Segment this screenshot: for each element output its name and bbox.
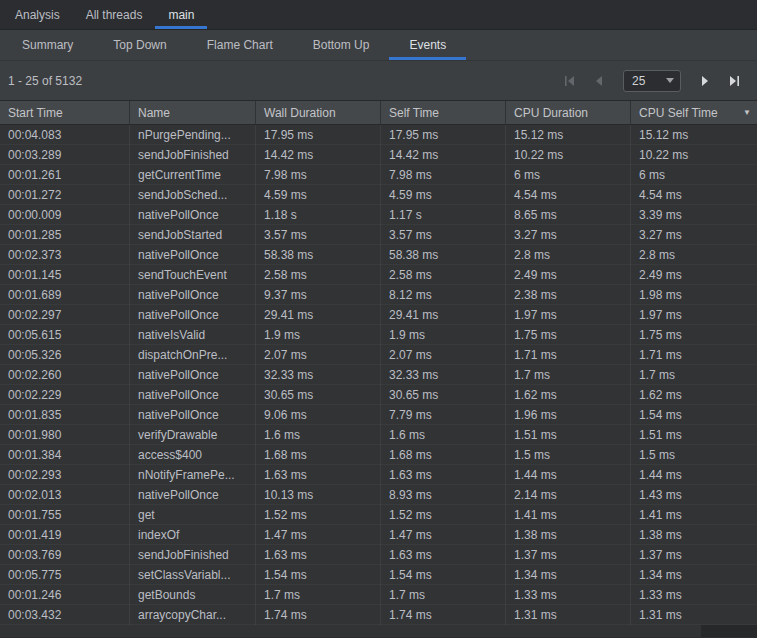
- table-cell: 15.12 ms: [506, 125, 631, 145]
- table-row[interactable]: 00:01.980verifyDrawable1.6 ms1.6 ms1.51 …: [0, 425, 757, 445]
- table-row[interactable]: 00:01.272sendJobSched...4.59 ms4.59 ms4.…: [0, 185, 757, 205]
- table-cell: 3.39 ms: [631, 205, 757, 225]
- table-cell: 30.65 ms: [256, 385, 381, 405]
- table-cell: 2.14 ms: [506, 485, 631, 505]
- last-page-icon: [727, 74, 741, 88]
- table-cell: 6 ms: [631, 165, 757, 185]
- table-cell: 1.47 ms: [381, 525, 506, 545]
- table-cell: 8.93 ms: [381, 485, 506, 505]
- table-cell: 58.38 ms: [381, 245, 506, 265]
- table-row[interactable]: 00:03.432arraycopyChar...1.74 ms1.74 ms1…: [0, 605, 757, 625]
- table-row[interactable]: 00:02.260nativePollOnce32.33 ms32.33 ms1…: [0, 365, 757, 385]
- tab-main[interactable]: main: [155, 0, 207, 29]
- table-cell: sendJobSched...: [130, 185, 256, 205]
- table-row[interactable]: 00:01.384access$4001.68 ms1.68 ms1.5 ms1…: [0, 445, 757, 465]
- table-cell: 14.42 ms: [381, 145, 506, 165]
- table-row[interactable]: 00:03.769sendJobFinished1.63 ms1.63 ms1.…: [0, 545, 757, 565]
- next-page-button[interactable]: [694, 70, 716, 92]
- table-row[interactable]: 00:01.261getCurrentTime7.98 ms7.98 ms6 m…: [0, 165, 757, 185]
- table-cell: 1.75 ms: [506, 325, 631, 345]
- next-page-icon: [698, 74, 712, 88]
- table-cell: 1.17 s: [381, 205, 506, 225]
- table-cell: 7.98 ms: [381, 165, 506, 185]
- table-row[interactable]: 00:01.755get1.52 ms1.52 ms1.41 ms1.41 ms: [0, 505, 757, 525]
- table-row[interactable]: 00:00.009nativePollOnce1.18 s1.17 s8.65 …: [0, 205, 757, 225]
- column-header-label: CPU Duration: [514, 106, 588, 120]
- last-page-button[interactable]: [723, 70, 745, 92]
- table-cell: 00:02.229: [0, 385, 130, 405]
- table-cell: 4.54 ms: [506, 185, 631, 205]
- table-cell: 30.65 ms: [381, 385, 506, 405]
- tab-bottom-up[interactable]: Bottom Up: [293, 30, 390, 60]
- table-cell: 00:02.297: [0, 305, 130, 325]
- column-header-cpu-self-time[interactable]: CPU Self Time▼: [631, 101, 757, 124]
- table-row[interactable]: 00:01.145sendTouchEvent2.58 ms2.58 ms2.4…: [0, 265, 757, 285]
- table-cell: 1.34 ms: [506, 565, 631, 585]
- table-cell: 1.97 ms: [631, 305, 757, 325]
- first-page-button[interactable]: [559, 70, 581, 92]
- table-cell: 1.7 ms: [631, 365, 757, 385]
- table-row[interactable]: 00:01.419indexOf1.47 ms1.47 ms1.38 ms1.3…: [0, 525, 757, 545]
- previous-page-button[interactable]: [588, 70, 610, 92]
- table-cell: 00:05.775: [0, 565, 130, 585]
- tab-analysis[interactable]: Analysis: [2, 0, 73, 29]
- table-row[interactable]: 00:02.297nativePollOnce29.41 ms29.41 ms1…: [0, 305, 757, 325]
- table-cell: 2.49 ms: [506, 265, 631, 285]
- table-cell: 00:01.755: [0, 505, 130, 525]
- tab-all-threads[interactable]: All threads: [73, 0, 156, 29]
- table-row[interactable]: 00:05.775setClassVariabl...1.54 ms1.54 m…: [0, 565, 757, 585]
- horizontal-scrollbar-thumb[interactable]: [701, 625, 757, 637]
- column-header-name[interactable]: Name: [130, 101, 256, 124]
- table-cell: 1.71 ms: [506, 345, 631, 365]
- table-cell: 1.41 ms: [506, 505, 631, 525]
- table-cell: nPurgePending...: [130, 125, 256, 145]
- table-cell: 1.62 ms: [506, 385, 631, 405]
- table-row[interactable]: 00:02.013nativePollOnce10.13 ms8.93 ms2.…: [0, 485, 757, 505]
- column-header-start-time[interactable]: Start Time: [0, 101, 130, 124]
- table-row[interactable]: 00:01.285sendJobStarted3.57 ms3.57 ms3.2…: [0, 225, 757, 245]
- table-cell: 1.9 ms: [381, 325, 506, 345]
- table-row[interactable]: 00:01.835nativePollOnce9.06 ms7.79 ms1.9…: [0, 405, 757, 425]
- tab-flame-chart[interactable]: Flame Chart: [187, 30, 293, 60]
- table-cell: 10.13 ms: [256, 485, 381, 505]
- tab-top-down[interactable]: Top Down: [93, 30, 186, 60]
- table-cell: 2.49 ms: [631, 265, 757, 285]
- table-cell: 00:01.689: [0, 285, 130, 305]
- table-cell: 4.59 ms: [381, 185, 506, 205]
- table-cell: 00:00.009: [0, 205, 130, 225]
- table-row[interactable]: 00:02.229nativePollOnce30.65 ms30.65 ms1…: [0, 385, 757, 405]
- table-cell: 10.22 ms: [631, 145, 757, 165]
- table-cell: 32.33 ms: [256, 365, 381, 385]
- table-body: 00:04.083nPurgePending...17.95 ms17.95 m…: [0, 125, 757, 625]
- table-cell: 10.22 ms: [506, 145, 631, 165]
- table-cell: 00:03.769: [0, 545, 130, 565]
- table-cell: 1.98 ms: [631, 285, 757, 305]
- column-header-label: Self Time: [389, 106, 439, 120]
- table-cell: 8.65 ms: [506, 205, 631, 225]
- table-cell: nativePollOnce: [130, 305, 256, 325]
- table-row[interactable]: 00:02.293nNotifyFramePe...1.63 ms1.63 ms…: [0, 465, 757, 485]
- table-cell: 1.31 ms: [631, 605, 757, 625]
- tab-events[interactable]: Events: [389, 30, 466, 60]
- table-cell: 1.51 ms: [506, 425, 631, 445]
- tab-summary[interactable]: Summary: [2, 30, 93, 60]
- table-cell: 1.63 ms: [256, 545, 381, 565]
- chevron-down-icon: [666, 78, 674, 83]
- table-cell: 1.75 ms: [631, 325, 757, 345]
- table-row[interactable]: 00:05.326dispatchOnPre...2.07 ms2.07 ms1…: [0, 345, 757, 365]
- table-row[interactable]: 00:03.289sendJobFinished14.42 ms14.42 ms…: [0, 145, 757, 165]
- column-header-wall-duration[interactable]: Wall Duration: [256, 101, 381, 124]
- column-header-cpu-duration[interactable]: CPU Duration: [506, 101, 631, 124]
- table-row[interactable]: 00:01.689nativePollOnce9.37 ms8.12 ms2.3…: [0, 285, 757, 305]
- table-cell: getBounds: [130, 585, 256, 605]
- page-size-select[interactable]: 25: [623, 70, 681, 92]
- table-cell: 1.74 ms: [256, 605, 381, 625]
- table-cell: 1.34 ms: [631, 565, 757, 585]
- table-row[interactable]: 00:04.083nPurgePending...17.95 ms17.95 m…: [0, 125, 757, 145]
- table-row[interactable]: 00:01.246getBounds1.7 ms1.7 ms1.33 ms1.3…: [0, 585, 757, 605]
- column-header-self-time[interactable]: Self Time: [381, 101, 506, 124]
- table-row[interactable]: 00:05.615nativeIsValid1.9 ms1.9 ms1.75 m…: [0, 325, 757, 345]
- table-row[interactable]: 00:02.373nativePollOnce58.38 ms58.38 ms2…: [0, 245, 757, 265]
- table-cell: sendJobFinished: [130, 145, 256, 165]
- table-cell: 1.68 ms: [381, 445, 506, 465]
